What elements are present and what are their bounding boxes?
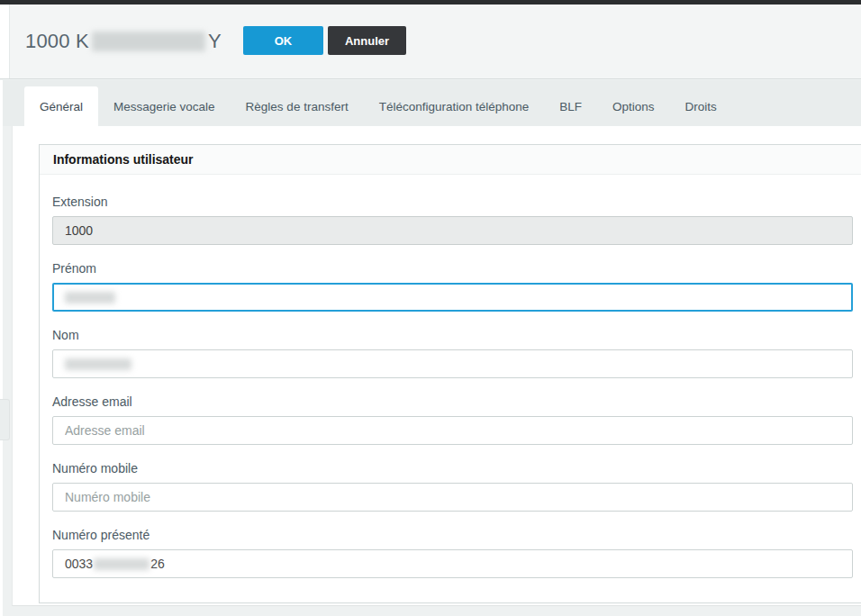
mobile-input[interactable] [52, 483, 853, 512]
field-adresse-email: Adresse email [52, 394, 853, 445]
extension-label: Extension [52, 195, 853, 209]
cancel-button[interactable]: Annuler [328, 26, 406, 55]
page-title-prefix: 1000 K [25, 30, 89, 53]
field-prenom: Prénom [52, 261, 853, 312]
form-body: Extension Prénom Nom Adresse ema [40, 175, 861, 578]
ok-button[interactable]: OK [243, 26, 323, 55]
prenom-input[interactable] [52, 283, 853, 312]
user-edit-page: 1000 KY OK Annuler Général Messagerie vo… [0, 0, 861, 616]
tabs-row: Général Messagerie vocale Règles de tran… [24, 86, 732, 126]
page-title-suffix: Y [208, 30, 222, 53]
tab-droits[interactable]: Droits [670, 86, 732, 126]
numero-presente-label: Numéro présenté [52, 528, 853, 542]
field-extension: Extension [52, 195, 853, 245]
tab-options[interactable]: Options [597, 86, 670, 126]
mobile-label: Numéro mobile [52, 461, 853, 476]
tab-general[interactable]: Général [24, 86, 98, 126]
redacted-prenom-value [65, 292, 115, 303]
tab-bar: Général Messagerie vocale Règles de tran… [0, 80, 861, 126]
email-input[interactable] [52, 416, 853, 445]
field-nom: Nom [52, 328, 853, 378]
tab-regles-de-transfert[interactable]: Règles de transfert [231, 86, 364, 126]
sidebar-collapse-handle[interactable] [0, 399, 10, 440]
email-label: Adresse email [52, 394, 853, 409]
nom-label: Nom [52, 328, 853, 342]
tab-blf[interactable]: BLF [544, 86, 597, 126]
tab-messagerie-vocale[interactable]: Messagerie vocale [98, 86, 231, 126]
tab-content-panel: Informations utilisateur Extension Préno… [12, 126, 861, 606]
extension-input [52, 216, 853, 245]
field-numero-mobile: Numéro mobile [52, 461, 853, 512]
numero-presente-prefix: 0033 [65, 557, 93, 571]
user-info-fieldset: Informations utilisateur Extension Préno… [39, 144, 861, 603]
header-left-gutter [0, 5, 10, 78]
redacted-numero-middle [94, 558, 150, 570]
redacted-nom-value [65, 358, 131, 370]
page-title: 1000 KY [25, 5, 222, 78]
section-title: Informations utilisateur [40, 145, 861, 175]
nom-input[interactable] [52, 349, 853, 378]
left-rail [0, 80, 3, 616]
redacted-user-name [92, 32, 205, 51]
field-numero-presente: Numéro présenté 0033 26 [52, 528, 853, 578]
numero-presente-suffix: 26 [150, 557, 165, 571]
tab-teleconfiguration-telephone[interactable]: Téléconfiguration téléphone [364, 86, 545, 126]
page-header: 1000 KY OK Annuler [0, 5, 861, 79]
numero-presente-input[interactable]: 0033 26 [52, 549, 853, 578]
prenom-label: Prénom [52, 261, 853, 276]
